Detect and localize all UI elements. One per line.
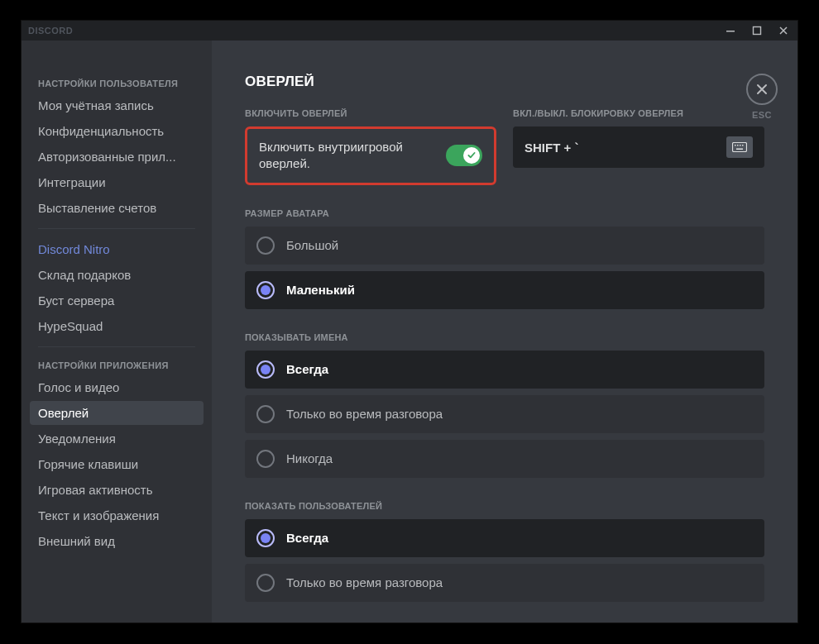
- svg-rect-1: [754, 27, 761, 35]
- sidebar-item-nitro[interactable]: Discord Nitro: [30, 237, 204, 261]
- sidebar-item-game-activity[interactable]: Игровая активность: [30, 478, 204, 502]
- radio-icon: [256, 236, 275, 255]
- close-settings-button[interactable]: [746, 74, 778, 105]
- sidebar-header-app: НАСТРОЙКИ ПРИЛОЖЕНИЯ: [30, 355, 204, 375]
- keybind-value: SHIFT + `: [524, 141, 578, 155]
- close-window-button[interactable]: [776, 23, 791, 38]
- keyboard-icon: [732, 142, 747, 152]
- keyboard-icon-button[interactable]: [726, 136, 753, 158]
- overlay-lock-keybind[interactable]: SHIFT + `: [513, 126, 764, 168]
- sidebar-header-user: НАСТРОЙКИ ПОЛЬЗОВАТЕЛЯ: [30, 74, 204, 93]
- sidebar-item-gift-inventory[interactable]: Склад подарков: [30, 263, 204, 287]
- radio-label: Только во время разговора: [286, 575, 443, 589]
- avatar-size-label: РАЗМЕР АВАТАРА: [245, 208, 764, 218]
- avatar-size-section: РАЗМЕР АВАТАРА Большой Маленький: [245, 208, 764, 309]
- body: НАСТРОЙКИ ПОЛЬЗОВАТЕЛЯ Моя учётная запис…: [22, 41, 797, 623]
- show-names-option-talking[interactable]: Только во время разговора: [245, 395, 764, 433]
- show-names-section: ПОКАЗЫВАТЬ ИМЕНА Всегда Только во время …: [245, 332, 764, 478]
- svg-rect-6: [742, 145, 744, 146]
- sidebar-item-server-boost[interactable]: Буст сервера: [30, 289, 204, 312]
- app-window: DISCORD НАСТРОЙКИ ПОЛЬЗОВАТЕЛЯ Моя учётн…: [21, 20, 798, 623]
- minimize-button[interactable]: [723, 23, 738, 38]
- sidebar-divider: [38, 228, 195, 229]
- sidebar-item-text-images[interactable]: Текст и изображения: [30, 503, 204, 527]
- radio-label: Никогда: [286, 451, 333, 465]
- svg-rect-0: [726, 31, 735, 32]
- svg-rect-3: [735, 145, 736, 146]
- radio-label: Большой: [286, 238, 338, 252]
- overlay-lock-col: ВКЛ./ВЫКЛ. БЛОКИРОВКУ ОВЕРЛЕЯ SHIFT + `: [513, 108, 764, 185]
- show-users-option-talking[interactable]: Только во время разговора: [245, 564, 764, 602]
- show-users-option-always[interactable]: Всегда: [245, 519, 764, 557]
- page-title: ОВЕРЛЕЙ: [245, 74, 764, 90]
- window-controls: [723, 23, 791, 38]
- sidebar-item-appearance[interactable]: Внешний вид: [30, 529, 204, 553]
- sidebar-item-notifications[interactable]: Уведомления: [30, 427, 204, 451]
- enable-overlay-label: ВКЛЮЧИТЬ ОВЕРЛЕЙ: [245, 108, 496, 118]
- enable-overlay-toggle-card[interactable]: Включить внутриигровой оверлей.: [245, 126, 496, 185]
- svg-rect-4: [737, 145, 739, 146]
- esc-region: ESC: [746, 74, 778, 120]
- settings-sidebar: НАСТРОЙКИ ПОЛЬЗОВАТЕЛЯ Моя учётная запис…: [22, 41, 212, 623]
- overlay-lock-label: ВКЛ./ВЫКЛ. БЛОКИРОВКУ ОВЕРЛЕЯ: [513, 108, 764, 118]
- svg-rect-2: [733, 143, 747, 152]
- enable-overlay-text: Включить внутриигровой оверлей.: [259, 139, 434, 173]
- settings-content: ESC ОВЕРЛЕЙ ВКЛЮЧИТЬ ОВЕРЛЕЙ Включить вн…: [212, 41, 797, 623]
- sidebar-item-account[interactable]: Моя учётная запись: [30, 93, 204, 117]
- sidebar-item-hypesquad[interactable]: HypeSquad: [30, 314, 204, 338]
- sidebar-divider: [38, 346, 195, 347]
- overlay-top-row: ВКЛЮЧИТЬ ОВЕРЛЕЙ Включить внутриигровой …: [245, 108, 764, 185]
- sidebar-item-integrations[interactable]: Интеграции: [30, 170, 204, 194]
- radio-label: Всегда: [286, 362, 328, 376]
- show-names-label: ПОКАЗЫВАТЬ ИМЕНА: [245, 332, 764, 342]
- sidebar-item-authorized-apps[interactable]: Авторизованные прил...: [30, 145, 204, 169]
- sidebar-item-overlay[interactable]: Оверлей: [30, 401, 204, 425]
- svg-rect-5: [740, 145, 741, 146]
- avatar-size-option-small[interactable]: Маленький: [245, 271, 764, 309]
- avatar-size-option-large[interactable]: Большой: [245, 227, 764, 265]
- radio-icon: [256, 529, 275, 547]
- show-names-option-always[interactable]: Всегда: [245, 351, 764, 389]
- radio-label: Маленький: [286, 283, 355, 297]
- esc-label: ESC: [746, 110, 778, 120]
- svg-rect-7: [736, 149, 743, 150]
- radio-label: Всегда: [286, 531, 328, 545]
- enable-overlay-col: ВКЛЮЧИТЬ ОВЕРЛЕЙ Включить внутриигровой …: [245, 108, 496, 185]
- sidebar-item-voice-video[interactable]: Голос и видео: [30, 375, 204, 399]
- radio-icon: [256, 450, 275, 468]
- show-users-label: ПОКАЗАТЬ ПОЛЬЗОВАТЕЛЕЙ: [245, 501, 764, 511]
- enable-overlay-switch[interactable]: [446, 145, 482, 166]
- sidebar-item-privacy[interactable]: Конфиденциальность: [30, 119, 204, 143]
- radio-icon: [256, 281, 275, 299]
- sidebar-item-billing[interactable]: Выставление счетов: [30, 196, 204, 220]
- titlebar: DISCORD: [22, 21, 797, 41]
- radio-label: Только во время разговора: [286, 407, 443, 421]
- radio-icon: [256, 405, 275, 423]
- switch-knob: [463, 147, 480, 164]
- radio-icon: [256, 360, 275, 379]
- check-icon: [467, 150, 477, 160]
- radio-icon: [256, 574, 275, 592]
- brand-logo: DISCORD: [28, 26, 73, 36]
- maximize-button[interactable]: [750, 23, 764, 38]
- sidebar-item-keybinds[interactable]: Горячие клавиши: [30, 452, 204, 476]
- show-users-section: ПОКАЗАТЬ ПОЛЬЗОВАТЕЛЕЙ Всегда Только во …: [245, 501, 764, 602]
- show-names-option-never[interactable]: Никогда: [245, 440, 764, 478]
